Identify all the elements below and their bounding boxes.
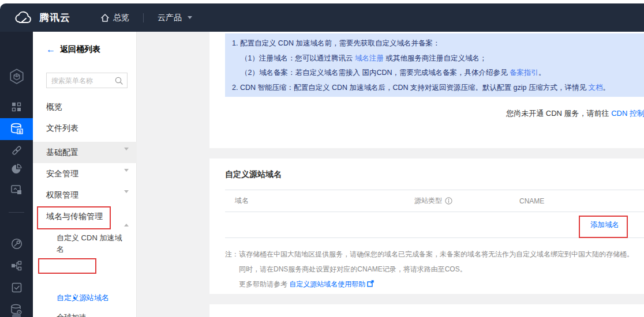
sidebar-item-file-list[interactable]: 文件列表 bbox=[33, 118, 137, 139]
sidebar-item-label: 基础配置 bbox=[46, 148, 78, 158]
domain-register-link[interactable]: 域名注册 bbox=[355, 54, 384, 62]
info-icon[interactable] bbox=[445, 197, 452, 205]
nav-products[interactable]: 云产品 bbox=[158, 13, 192, 23]
bullet-icon bbox=[73, 237, 76, 239]
chevron-up-icon bbox=[124, 214, 129, 219]
note-line-1: 注：该存储桶在中国大陆地区提供服务，请确保您的域名已完成备案，未备案的域名将无法… bbox=[225, 247, 634, 262]
chevron-down-icon bbox=[124, 172, 129, 176]
rail-divider bbox=[9, 212, 24, 213]
pie-chart-icon[interactable] bbox=[0, 158, 33, 179]
sidebar-subitem-global-acceleration[interactable]: 全球加速 bbox=[33, 312, 137, 317]
menu-search-input[interactable] bbox=[47, 77, 115, 85]
back-to-bucket-list[interactable]: ← 返回桶列表 bbox=[46, 44, 100, 55]
origin-domain-help-link[interactable]: 自定义源站域名使用帮助 bbox=[289, 280, 365, 288]
sidebar-item-security[interactable]: 安全管理 bbox=[33, 163, 137, 184]
sidebar-item-label: 域名与传输管理 bbox=[46, 212, 103, 222]
sidebar-item-overview[interactable]: 概览 bbox=[33, 96, 137, 118]
next-section-card bbox=[209, 304, 644, 317]
menu-search bbox=[46, 73, 128, 88]
add-domain-button[interactable]: 添加域名 bbox=[590, 220, 619, 230]
notice-line-1: 1. 配置自定义 CDN 加速域名前，需要先获取自定义域名并备案： bbox=[232, 36, 644, 51]
note-line-3: 更多帮助请参考 自定义源站域名使用帮助 bbox=[225, 277, 634, 292]
task-check-icon[interactable] bbox=[0, 277, 33, 298]
bucket-sidebar: ← 返回桶列表 概览 文件列表 基础配置 安全管理 权限管理 域名与传输管理 自… bbox=[33, 32, 137, 317]
table-body-row: 添加域名 bbox=[225, 212, 644, 238]
sidebar-item-label: 文件列表 bbox=[46, 123, 78, 134]
external-link-icon[interactable] bbox=[367, 277, 374, 292]
brand-name: 腾讯云 bbox=[39, 11, 70, 24]
sidebar-subitem-label: 全球加速 bbox=[57, 312, 126, 317]
sidebar-subitem-label: 自定义 CDN 加速域名 bbox=[57, 232, 126, 255]
topbar-divider bbox=[143, 13, 144, 22]
sidebar-subitem-custom-origin-domain[interactable]: 自定义源站域名 bbox=[33, 292, 137, 304]
section-title: 自定义源站域名 bbox=[225, 169, 282, 180]
partial-icon bbox=[12, 314, 21, 317]
nav-products-label: 云产品 bbox=[158, 13, 182, 23]
origin-domain-table: 域名 源站类型 CNAME 添加域名 bbox=[225, 190, 644, 238]
back-label: 返回桶列表 bbox=[60, 44, 100, 55]
tencent-cloud-logo[interactable]: 腾讯云 bbox=[0, 11, 70, 25]
sidebar-item-label: 权限管理 bbox=[46, 190, 78, 201]
cloud-logo-icon bbox=[14, 11, 33, 25]
col-origin-type: 源站类型 bbox=[414, 196, 519, 206]
cdn-notice-banner: 1. 配置自定义 CDN 加速域名前，需要先获取自定义域名并备案： （1）注册域… bbox=[225, 33, 644, 97]
col-domain: 域名 bbox=[225, 196, 414, 206]
chevron-down-icon bbox=[124, 150, 129, 155]
bucket-storage-icon[interactable]: B bbox=[0, 118, 33, 140]
link-icon[interactable] bbox=[0, 140, 33, 161]
sidebar-subitem-label: 自定义源站域名 bbox=[57, 292, 126, 304]
sidebar-item-permissions[interactable]: 权限管理 bbox=[33, 184, 137, 206]
cdn-console-link[interactable]: CDN 控制台 bbox=[611, 109, 644, 118]
home-icon bbox=[100, 13, 110, 22]
sidebar-item-label: 概览 bbox=[46, 102, 62, 112]
nav-overview-label: 总览 bbox=[113, 13, 129, 23]
dashboard-grid-icon[interactable] bbox=[0, 96, 33, 117]
cdn-status-text: 您尚未开通 CDN 服务，请前往 CDN 控制台 bbox=[506, 108, 644, 119]
main-content: 1. 配置自定义 CDN 加速域名前，需要先获取自定义域名并备案： （1）注册域… bbox=[137, 32, 644, 317]
note-line-2: 同时，请在DNS服务商处设置好对应的CNAME记录，将请求路由至COS。 bbox=[225, 262, 634, 277]
top-navbar: 腾讯云 总览 云产品 bbox=[0, 3, 644, 32]
compass-tools-icon[interactable] bbox=[0, 233, 33, 254]
chevron-down-icon bbox=[124, 193, 129, 198]
bullet-icon bbox=[73, 297, 76, 299]
nav-overview[interactable]: 总览 bbox=[100, 13, 129, 23]
product-cube-icon[interactable] bbox=[0, 65, 33, 88]
origin-domain-card: 自定义源站域名 域名 源站类型 CNAME 添加域名 注：该存储桶在中国大陆地区… bbox=[209, 158, 644, 294]
sidebar-subitem-custom-cdn-domain[interactable]: 自定义 CDN 加速域名 bbox=[33, 232, 137, 255]
table-header-row: 域名 源站类型 CNAME bbox=[225, 190, 644, 212]
sidebar-item-label: 安全管理 bbox=[46, 169, 78, 179]
sidebar-item-domain-transfer[interactable]: 域名与传输管理 bbox=[33, 206, 137, 227]
back-arrow-icon: ← bbox=[46, 45, 55, 54]
chevron-down-icon bbox=[188, 16, 192, 19]
search-icon[interactable] bbox=[115, 77, 127, 85]
cdn-domain-card: 1. 配置自定义 CDN 加速域名前，需要先获取自定义域名并备案： （1）注册域… bbox=[209, 32, 644, 148]
icon-rail: B bbox=[0, 32, 33, 317]
icp-guide-link[interactable]: 备案指引 bbox=[510, 69, 538, 77]
notice-line-4: 2. CDN 智能压缩：配置自定义 CDN 加速域名后，CDN 支持对返回资源压… bbox=[232, 81, 644, 96]
media-review-icon[interactable] bbox=[0, 179, 33, 200]
doc-link[interactable]: 文档 bbox=[588, 84, 602, 92]
notice-line-2: （1）注册域名：您可以通过腾讯云 域名注册 或其他服务商注册自定义域名； bbox=[232, 51, 644, 66]
svg-text:B: B bbox=[18, 130, 21, 134]
sidebar-item-basic-config[interactable]: 基础配置 bbox=[33, 142, 137, 163]
origin-domain-notes: 注：该存储桶在中国大陆地区提供服务，请确保您的域名已完成备案，未备案的域名将无法… bbox=[225, 247, 634, 292]
notice-line-3: （2）域名备案：若自定义域名需接入 国内CDN，需要完成域名备案，具体介绍参见 … bbox=[232, 66, 644, 81]
col-cname: CNAME bbox=[519, 197, 544, 205]
topology-icon[interactable] bbox=[0, 255, 33, 276]
